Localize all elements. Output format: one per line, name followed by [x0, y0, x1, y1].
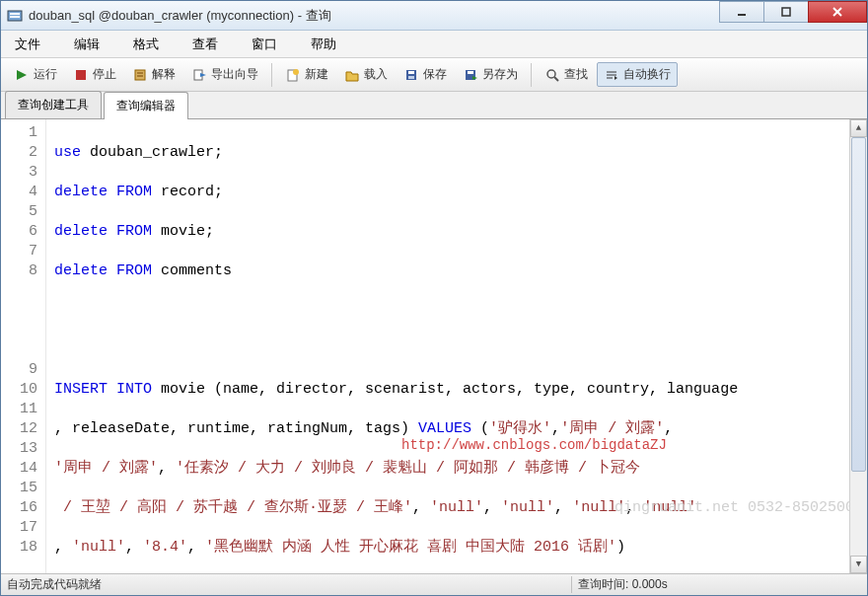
app-window: douban_sql @douban_crawler (myconnection… — [0, 0, 868, 596]
svg-point-15 — [293, 69, 299, 75]
svg-rect-8 — [76, 70, 86, 80]
new-button[interactable]: 新建 — [278, 62, 335, 87]
tab-query-builder[interactable]: 查询创建工具 — [5, 91, 102, 118]
svg-rect-20 — [468, 71, 473, 74]
scroll-thumb[interactable] — [851, 137, 866, 472]
app-icon — [7, 8, 23, 24]
saveas-icon — [463, 67, 478, 83]
wrap-button[interactable]: 自动换行 — [597, 62, 678, 87]
scroll-track[interactable] — [850, 137, 867, 556]
window-title: douban_sql @douban_crawler (myconnection… — [29, 7, 720, 25]
stop-button[interactable]: 停止 — [66, 62, 123, 87]
menu-window[interactable]: 窗口 — [244, 32, 285, 57]
export-icon — [191, 67, 207, 83]
tab-query-editor[interactable]: 查询编辑器 — [104, 92, 188, 119]
load-button[interactable]: 载入 — [337, 62, 395, 87]
svg-rect-2 — [10, 16, 20, 18]
search-icon — [544, 67, 560, 83]
stop-icon — [73, 67, 89, 83]
close-button[interactable] — [808, 1, 867, 23]
window-controls — [720, 1, 867, 30]
export-button[interactable]: 导出向导 — [184, 62, 265, 87]
minimize-button[interactable] — [719, 1, 764, 23]
svg-line-23 — [554, 77, 558, 81]
explain-icon — [132, 67, 148, 83]
menu-file[interactable]: 文件 — [7, 32, 48, 57]
svg-rect-17 — [408, 71, 414, 74]
menu-edit[interactable]: 编辑 — [66, 32, 108, 57]
svg-point-22 — [547, 70, 555, 78]
statusbar: 自动完成代码就绪 查询时间: 0.000s — [1, 573, 867, 595]
sql-editor[interactable]: 1234 567 8 9101112 13141516 1718 use dou… — [1, 119, 867, 573]
tab-strip: 查询创建工具 查询编辑器 — [1, 92, 867, 119]
save-icon — [403, 67, 419, 83]
svg-marker-27 — [615, 76, 617, 80]
status-message: 自动完成代码就绪 — [1, 576, 571, 593]
explain-button[interactable]: 解释 — [125, 62, 182, 87]
svg-rect-4 — [782, 8, 790, 16]
maximize-button[interactable] — [763, 1, 809, 23]
menu-help[interactable]: 帮助 — [303, 32, 344, 57]
new-icon — [285, 67, 301, 83]
line-gutter: 1234 567 8 9101112 13141516 1718 — [1, 119, 46, 573]
svg-marker-7 — [17, 70, 27, 80]
toolbar: 运行 停止 解释 导出向导 新建 载入 保存 另存为 查找 自动换行 — [1, 58, 867, 92]
svg-marker-13 — [200, 73, 206, 77]
code-area[interactable]: use douban_crawler; delete FROM record; … — [46, 119, 867, 573]
saveas-button[interactable]: 另存为 — [456, 62, 525, 87]
menu-format[interactable]: 格式 — [125, 32, 167, 57]
find-button[interactable]: 查找 — [538, 62, 595, 87]
load-icon — [344, 67, 360, 83]
status-query-time: 查询时间: 0.000s — [571, 576, 867, 593]
save-button[interactable]: 保存 — [397, 62, 454, 87]
play-icon — [14, 67, 30, 83]
vertical-scrollbar[interactable]: ▲ ▼ — [849, 119, 867, 573]
toolbar-separator — [531, 63, 532, 87]
toolbar-separator — [271, 63, 272, 87]
svg-rect-1 — [10, 13, 20, 15]
scroll-down-icon[interactable]: ▼ — [850, 556, 867, 573]
scroll-up-icon[interactable]: ▲ — [850, 119, 867, 137]
menubar: 文件 编辑 格式 查看 窗口 帮助 — [1, 31, 867, 58]
menu-view[interactable]: 查看 — [184, 32, 226, 57]
wrap-icon — [604, 67, 619, 83]
svg-rect-9 — [135, 70, 145, 80]
run-button[interactable]: 运行 — [7, 62, 64, 87]
titlebar: douban_sql @douban_crawler (myconnection… — [1, 1, 867, 31]
svg-rect-18 — [408, 76, 414, 79]
